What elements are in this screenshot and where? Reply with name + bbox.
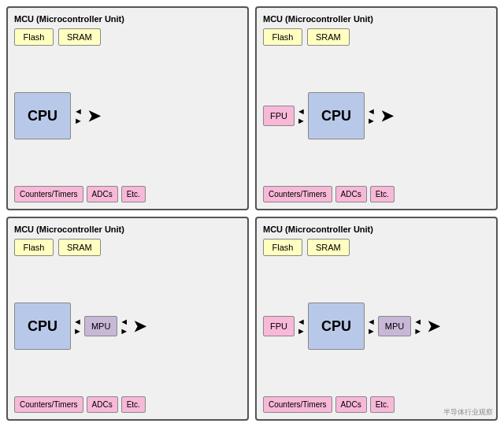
etc-bl: Etc. [121,396,146,413]
etc-br: Etc. [370,396,395,413]
top-row-tl: Flash SRAM [14,28,241,46]
cpu-tl: CPU [14,92,71,139]
fpu-br: FPU [263,316,295,336]
counters-tl: Counters/Timers [14,186,83,202]
arrow-out-tl: ➤ [87,106,101,125]
sram-bl: SRAM [58,239,101,256]
bottom-row-tl: Counters/Timers ADCs Etc. [14,186,241,202]
top-row-tr: Flash SRAM [263,28,490,46]
counters-br: Counters/Timers [263,396,332,413]
cpu-br: CPU [308,303,365,350]
middle-row-tr: FPU ◄ ► CPU ◄ ► ➤ [263,50,490,181]
adcs-bl: ADCs [87,396,118,413]
arrow-out-bl: ➤ [133,317,146,336]
cpu-tr: CPU [308,92,365,139]
mcu-box-top-right: MCU (Microcontroller Unit) Flash SRAM FP… [255,6,498,210]
mcu-title-top-right: MCU (Microcontroller Unit) [263,14,490,24]
middle-row-tl: CPU ◄ ► ➤ [14,50,241,181]
mpu-br: MPU [378,316,411,336]
sram-br: SRAM [307,239,350,256]
flash-bl: Flash [14,239,54,256]
mcu-title-top-left: MCU (Microcontroller Unit) [14,14,241,24]
bottom-row-bl: Counters/Timers ADCs Etc. [14,396,241,413]
mpu-bl: MPU [84,316,117,336]
etc-tl: Etc. [121,186,146,202]
sram-tl: SRAM [58,28,101,46]
flash-br: Flash [263,239,302,256]
top-row-bl: Flash SRAM [14,239,241,256]
middle-row-br: FPU ◄ ► CPU ◄ ► MPU ◄ ► ➤ [263,261,490,392]
arrow-out-tr: ➤ [380,106,394,125]
cpu-bl: CPU [14,303,71,350]
top-row-br: Flash SRAM [263,239,490,256]
mcu-box-bottom-left: MCU (Microcontroller Unit) Flash SRAM CP… [6,217,249,421]
mcu-box-bottom-right: MCU (Microcontroller Unit) Flash SRAM FP… [255,217,498,421]
mcu-title-bottom-left: MCU (Microcontroller Unit) [14,225,241,234]
diagram-grid: MCU (Microcontroller Unit) Flash SRAM CP… [6,6,498,421]
mcu-title-bottom-right: MCU (Microcontroller Unit) [263,225,490,234]
adcs-tr: ADCs [335,186,367,202]
etc-tr: Etc. [370,186,395,202]
adcs-tl: ADCs [87,186,118,202]
arrow-out-br: ➤ [427,317,440,336]
adcs-br: ADCs [335,396,367,413]
counters-bl: Counters/Timers [14,396,83,413]
watermark: 半导体行业观察 [443,407,493,418]
fpu-tr: FPU [263,106,295,126]
flash-tl: Flash [14,28,54,46]
sram-tr: SRAM [307,28,350,46]
flash-tr: Flash [263,28,302,46]
middle-row-bl: CPU ◄ ► MPU ◄ ► ➤ [14,261,241,392]
mcu-box-top-left: MCU (Microcontroller Unit) Flash SRAM CP… [6,6,249,210]
bottom-row-tr: Counters/Timers ADCs Etc. [263,186,490,202]
counters-tr: Counters/Timers [263,186,332,202]
